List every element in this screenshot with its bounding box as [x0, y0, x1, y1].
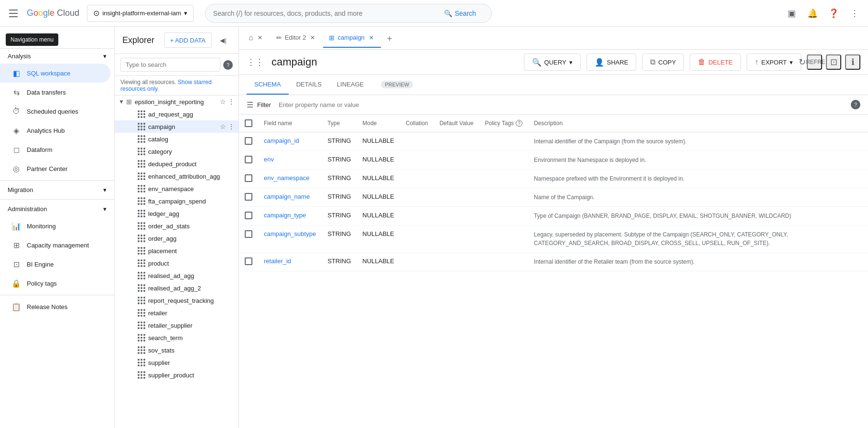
help-button[interactable]: ❓	[824, 4, 843, 23]
table-list-item[interactable]: deduped_product ☆ ⋮	[115, 158, 239, 170]
tab-details[interactable]: DETAILS	[289, 75, 329, 95]
field-name-link[interactable]: campaign_subtype	[264, 230, 316, 237]
explorer-panel: Explorer + ADD DATA ◀| ? Viewing all res…	[115, 27, 239, 428]
content-tabs: SCHEMA DETAILS LINEAGE PREVIEW	[239, 75, 868, 95]
table-list-item[interactable]: order_ad_stats ☆ ⋮	[115, 220, 239, 232]
table-list-item[interactable]: supplier_product ☆ ⋮	[115, 369, 239, 381]
administration-section-header[interactable]: Administration ▾	[0, 202, 114, 216]
table-list-item[interactable]: ledger_agg ☆ ⋮	[115, 207, 239, 220]
sidebar-item-scheduled-queries[interactable]: ⏱ Scheduled queries	[0, 102, 110, 121]
table-list-item[interactable]: env_namespace ☆ ⋮	[115, 182, 239, 195]
sidebar-item-capacity-management[interactable]: ⊞ Capacity management	[0, 235, 110, 255]
table-list-item[interactable]: order_agg ☆ ⋮	[115, 232, 239, 245]
sidebar-item-partner-center[interactable]: ◎ Partner Center	[0, 159, 110, 178]
policy-tags-help[interactable]: ?	[516, 120, 522, 127]
field-name-link[interactable]: campaign_type	[264, 212, 306, 219]
tab-lineage[interactable]: LINEAGE	[329, 75, 371, 95]
table-list-item[interactable]: supplier ☆ ⋮	[115, 356, 239, 369]
table-list-item[interactable]: enhanced_attribution_agg ☆ ⋮	[115, 170, 239, 182]
table-list-item[interactable]: ad_request_agg ☆ ⋮	[115, 108, 239, 120]
table-list-item[interactable]: realised_ad_agg_2 ☆ ⋮	[115, 282, 239, 294]
field-name-link[interactable]: retailer_id	[264, 257, 291, 265]
dataset-star-icon[interactable]: ☆	[220, 98, 226, 106]
preview-badge[interactable]: PREVIEW	[381, 81, 413, 88]
viewing-message: Viewing all resources. Show starred reso…	[115, 76, 239, 96]
sidebar-item-dataform[interactable]: ◻ Dataform	[0, 140, 110, 159]
search-button[interactable]: 🔍 Search	[436, 4, 484, 23]
info-icon-button[interactable]: ℹ	[845, 54, 860, 70]
sidebar-item-sql-workspace[interactable]: ◧ SQL workspace	[0, 64, 110, 83]
delete-button[interactable]: 🗑 DELETE	[690, 54, 741, 71]
table-list-item[interactable]: product ☆ ⋮	[115, 257, 239, 269]
row-checkbox[interactable]	[245, 230, 252, 238]
migration-section-header[interactable]: Migration ▾	[0, 182, 114, 197]
export-dropdown-icon: ▾	[790, 59, 793, 66]
dataset-more-icon[interactable]: ⋮	[228, 98, 235, 106]
schema-table: Field name Type Mode Collation Default V	[239, 115, 868, 271]
refresh-button[interactable]: ↻ REFRE...	[807, 54, 822, 70]
export-button[interactable]: ↑ EXPORT ▾	[747, 54, 801, 71]
field-name-link[interactable]: env_namespace	[264, 174, 309, 182]
sidebar-item-monitoring[interactable]: 📊 Monitoring	[0, 216, 110, 235]
add-data-button[interactable]: + ADD DATA	[164, 32, 212, 48]
google-cloud-logo[interactable]: Google Cloud	[27, 8, 79, 18]
field-name-link[interactable]: campaign_name	[264, 193, 310, 200]
sidebar-item-data-transfers[interactable]: ⇆ Data transfers	[0, 83, 110, 102]
tab-home[interactable]: ⌂ ✕	[243, 29, 270, 48]
table-list-item[interactable]: placement ☆ ⋮	[115, 245, 239, 257]
row-checkbox[interactable]	[245, 193, 252, 201]
field-name-link[interactable]: env	[264, 156, 274, 163]
window-icon-button[interactable]: ⊡	[826, 54, 841, 70]
row-checkbox[interactable]	[245, 174, 252, 182]
table-list-item[interactable]: report_request_tracking ☆ ⋮	[115, 294, 239, 307]
row-checkbox[interactable]	[245, 156, 252, 163]
query-button[interactable]: 🔍 QUERY ▾	[524, 54, 581, 71]
sidebar-item-bi-engine[interactable]: ⊡ BI Engine	[0, 255, 110, 274]
cloud-shell-button[interactable]: ▣	[782, 4, 801, 23]
dataset-row[interactable]: ▼ ⊞ epsilon_insight_reporting ☆ ⋮	[115, 96, 239, 108]
project-selector[interactable]: ⊙ insight-platform-external-iam ▾	[87, 5, 194, 22]
filter-help[interactable]: ?	[851, 100, 860, 109]
header-checkbox[interactable]	[245, 119, 252, 127]
collapse-panel-button[interactable]: ◀|	[216, 32, 231, 48]
tab-editor2[interactable]: ✏ Editor 2 ✕	[271, 29, 323, 48]
sidebar-item-policy-tags[interactable]: 🔒 Policy tags	[0, 274, 110, 293]
filter-input[interactable]	[279, 101, 847, 108]
partner-center-icon: ◎	[11, 164, 21, 173]
notifications-button[interactable]: 🔔	[803, 4, 822, 23]
field-name-link[interactable]: campaign_id	[264, 137, 299, 144]
table-list-item[interactable]: retailer ☆ ⋮	[115, 307, 239, 319]
tab-home-close[interactable]: ✕	[256, 34, 264, 42]
more-options-button[interactable]: ⋮	[845, 4, 864, 23]
drag-handle-icon: ⋮⋮	[247, 57, 264, 67]
add-tab-button[interactable]: ＋	[382, 31, 397, 46]
row-checkbox[interactable]	[245, 137, 252, 145]
row-checkbox[interactable]	[245, 257, 252, 265]
table-list-item[interactable]: catalog ☆ ⋮	[115, 133, 239, 145]
sidebar-item-release-notes[interactable]: 📋 Release Notes	[0, 297, 110, 316]
tab-preview[interactable]: PREVIEW	[371, 75, 421, 95]
tab-campaign[interactable]: ⊞ campaign ✕	[323, 29, 380, 48]
table-list-item[interactable]: campaign ☆ ⋮	[115, 120, 239, 133]
tab-editor2-close[interactable]: ✕	[309, 34, 316, 42]
table-list-item[interactable]: retailer_supplier ☆ ⋮	[115, 319, 239, 332]
tab-schema[interactable]: SCHEMA	[247, 75, 289, 95]
explorer-search-help[interactable]: ?	[223, 60, 233, 70]
table-list-item[interactable]: sov_stats ☆ ⋮	[115, 344, 239, 356]
table-list-item[interactable]: realised_ad_agg ☆ ⋮	[115, 269, 239, 282]
search-bar[interactable]: 🔍 Search	[205, 4, 492, 23]
tab-campaign-close[interactable]: ✕	[368, 34, 375, 42]
table-star-icon[interactable]: ☆	[220, 123, 226, 130]
share-button[interactable]: 👤 SHARE	[586, 54, 637, 71]
table-more-icon[interactable]: ⋮	[228, 123, 235, 130]
explorer-search-input[interactable]	[120, 58, 220, 72]
table-list-item[interactable]: fta_campaign_spend ☆ ⋮	[115, 195, 239, 207]
table-list-item[interactable]: category ☆ ⋮	[115, 145, 239, 158]
table-list-item[interactable]: search_term ☆ ⋮	[115, 332, 239, 344]
copy-button[interactable]: ⧉ COPY	[642, 54, 684, 71]
search-input[interactable]	[213, 10, 436, 17]
analysis-section-header[interactable]: Analysis ▾	[0, 49, 114, 64]
sidebar-item-analytics-hub[interactable]: ◈ Analytics Hub	[0, 121, 110, 140]
row-checkbox[interactable]	[245, 212, 252, 219]
hamburger-menu-button[interactable]	[4, 4, 23, 23]
